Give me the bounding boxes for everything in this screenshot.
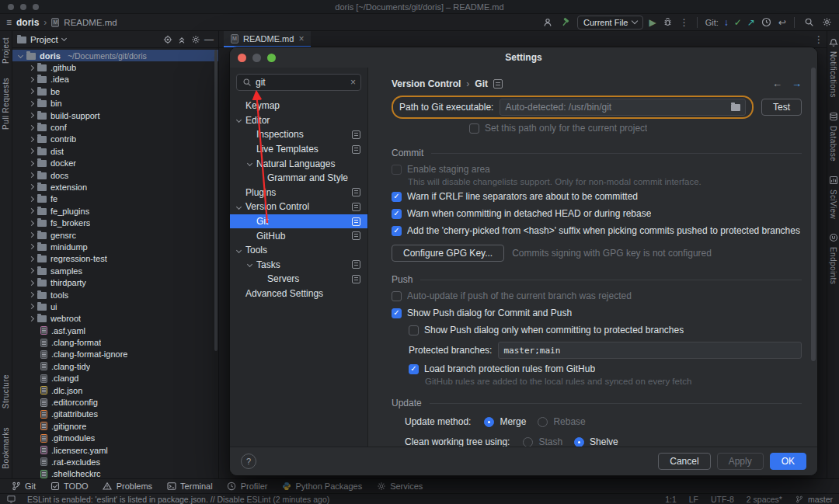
settings-tree-item-tools[interactable]: Tools <box>230 243 367 258</box>
settings-tree-item-keymap[interactable]: Keymap <box>230 99 367 113</box>
indent-setting[interactable]: 2 spaces* <box>747 495 782 504</box>
project-folder-bin[interactable]: bin <box>12 98 218 109</box>
dialog-zoom-button[interactable] <box>267 54 276 62</box>
project-file-asf-yaml[interactable]: .asf.yaml <box>12 325 218 336</box>
settings-tree-item-natural-languages[interactable]: Natural Languages <box>230 156 367 171</box>
browse-folder-icon[interactable] <box>731 104 740 111</box>
project-file-gitmodules[interactable]: .gitmodules <box>12 433 218 444</box>
project-file-shellcheckrc[interactable]: .shellcheckrc <box>12 468 218 478</box>
breadcrumb-git[interactable]: Git <box>475 78 488 89</box>
toolwindow-button-profiler[interactable]: Profiler <box>221 479 274 493</box>
git-push-icon[interactable]: ↗ <box>747 18 755 27</box>
git-update-icon[interactable]: ↓ <box>724 18 729 27</box>
settings-tree-item-editor[interactable]: Editor <box>230 113 367 128</box>
hide-panel-icon[interactable]: — <box>204 35 214 44</box>
project-file-clang-format[interactable]: .clang-format <box>12 336 218 348</box>
breadcrumb-version-control[interactable]: Version Control <box>392 78 461 89</box>
project-folder-docker[interactable]: docker <box>12 158 218 169</box>
breadcrumb-menu-icon[interactable] <box>493 79 503 89</box>
main-menu-icon[interactable]: ≡ <box>6 18 12 27</box>
clear-search-icon[interactable]: × <box>350 77 356 88</box>
run-button[interactable]: ▶ <box>649 18 656 27</box>
project-tree-root[interactable]: doris~/Documents/git/doris <box>12 50 218 61</box>
close-window-button[interactable] <box>8 4 14 10</box>
project-folder-conf[interactable]: conf <box>12 121 218 133</box>
set-path-current-project-checkbox[interactable]: Set this path only for the current proje… <box>469 120 802 136</box>
project-folder-dist[interactable]: dist <box>12 145 218 157</box>
settings-tree-item-advanced-settings[interactable]: Advanced Settings <box>230 287 367 301</box>
toolwindow-stripe-project[interactable]: Project <box>2 37 10 64</box>
project-file-clangd[interactable]: .clangd <box>12 373 218 384</box>
settings-tree-item-inspections[interactable]: Inspections <box>230 127 367 142</box>
run-config-select[interactable]: Current File <box>577 16 643 30</box>
toolwindow-stripe-notifications[interactable]: Notifications <box>828 37 838 98</box>
project-folder-samples[interactable]: samples <box>12 265 218 276</box>
git-executable-field[interactable]: Auto-detected: /usr/bin/git <box>500 99 746 116</box>
project-file-rat-excludes[interactable]: .rat-excludes <box>12 456 218 468</box>
project-file-clang-format-ignore[interactable]: .clang-format-ignore <box>12 349 218 360</box>
settings-tree-item-live-templates[interactable]: Live Templates <box>230 142 367 157</box>
show-push-dialog-checkbox[interactable]: Show Push dialog for Commit and Push <box>392 305 802 321</box>
project-file-clang-tidy[interactable]: .clang-tidy <box>12 360 218 372</box>
zoom-window-button[interactable] <box>33 4 39 10</box>
profile-icon[interactable] <box>541 16 554 29</box>
dialog-minimize-button[interactable] <box>252 54 261 62</box>
project-folder-ui[interactable]: ui <box>12 301 218 312</box>
minimize-window-button[interactable] <box>20 4 26 10</box>
project-folder-fe[interactable]: fe <box>12 193 218 205</box>
auto-update-push-checkbox[interactable]: Auto-update if push of the current branc… <box>392 288 802 304</box>
git-rollback-icon[interactable]: ↩ <box>778 18 786 27</box>
toolwindow-stripe-pull-requests[interactable]: Pull Requests <box>2 78 10 130</box>
toolwindow-button-problems[interactable]: Problems <box>96 479 158 493</box>
ok-button[interactable]: OK <box>770 453 806 470</box>
settings-tree-item-plugins[interactable]: Plugins <box>230 186 367 200</box>
load-branch-protection-checkbox[interactable]: Load branch protection rules from GitHub <box>409 361 802 377</box>
forward-icon[interactable]: → <box>792 78 802 89</box>
project-folder-fe-plugins[interactable]: fe_plugins <box>12 205 218 217</box>
panel-settings-icon[interactable] <box>190 34 200 44</box>
shelve-radio[interactable] <box>574 437 584 447</box>
project-folder-extension[interactable]: extension <box>12 181 218 193</box>
project-folder-build-support[interactable]: build-support <box>12 109 218 121</box>
toolwindow-button-git[interactable]: Git <box>5 479 42 493</box>
dialog-scrollbar[interactable] <box>811 68 816 361</box>
project-folder-contrib[interactable]: contrib <box>12 134 218 145</box>
warn-crlf-checkbox[interactable]: Warn if CRLF line separators are about t… <box>392 189 802 204</box>
toolwindow-button-terminal[interactable]: Terminal <box>160 479 219 493</box>
show-push-dialog-protected-checkbox[interactable]: Show Push dialog only when committing to… <box>409 322 802 338</box>
toolwindow-stripe-database[interactable]: Database <box>828 112 838 162</box>
project-folder-docs[interactable]: docs <box>12 169 218 181</box>
merge-radio[interactable] <box>484 417 494 427</box>
project-folder-be[interactable]: be <box>12 85 218 97</box>
build-hammer-icon[interactable] <box>559 16 572 29</box>
project-folder-thirdparty[interactable]: thirdparty <box>12 276 218 288</box>
toolwindow-stripe-sciview[interactable]: SciView <box>828 176 838 219</box>
toolwindow-stripe-structure[interactable]: Structure <box>2 374 10 408</box>
close-tab-icon[interactable]: × <box>298 33 304 44</box>
test-button[interactable]: Test <box>761 99 802 116</box>
help-button[interactable]: ? <box>241 454 256 469</box>
status-message[interactable]: ESLint is enabled: 'eslint' is listed in… <box>27 495 329 504</box>
enable-staging-area-checkbox[interactable]: Enable staging area <box>392 162 802 177</box>
more-run-actions-icon[interactable]: ⋮ <box>680 18 689 27</box>
project-file-gitattributes[interactable]: .gitattributes <box>12 408 218 420</box>
debug-icon[interactable] <box>662 16 674 29</box>
project-file-dlc-json[interactable]: .dlc.json <box>12 384 218 396</box>
rebase-radio[interactable] <box>538 417 548 427</box>
line-separator[interactable]: LF <box>689 495 698 504</box>
configure-gpg-key-button[interactable]: Configure GPG Key... <box>392 245 504 262</box>
project-scrollbar[interactable] <box>214 50 218 351</box>
toolwindow-button-services[interactable]: Services <box>370 479 429 493</box>
project-folder-github[interactable]: .github <box>12 61 218 73</box>
git-branch-widget[interactable]: master <box>795 494 833 504</box>
toolwindow-stripe-bookmarks[interactable]: Bookmarks <box>2 427 10 469</box>
collapse-all-icon[interactable] <box>176 34 186 44</box>
stash-radio[interactable] <box>523 437 533 447</box>
apply-button[interactable]: Apply <box>717 453 764 470</box>
settings-tree-item-git[interactable]: Git <box>230 214 367 229</box>
caret-position[interactable]: 1:1 <box>665 495 677 504</box>
project-folder-webroot[interactable]: webroot <box>12 313 218 325</box>
project-folder-gensrc[interactable]: gensrc <box>12 229 218 241</box>
project-folder-tools[interactable]: tools <box>12 289 218 301</box>
project-file-editorconfig[interactable]: .editorconfig <box>12 396 218 408</box>
